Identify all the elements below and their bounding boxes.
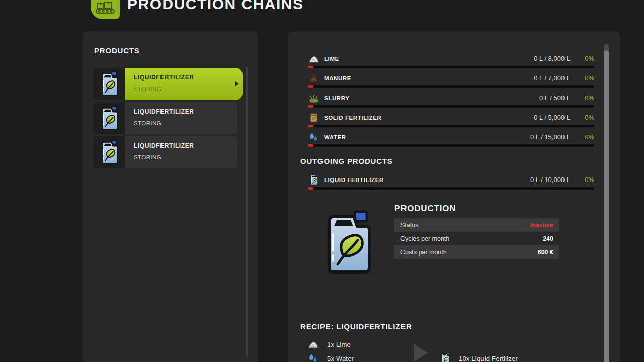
stat-label: Costs per month bbox=[400, 249, 447, 256]
storage-amount: 0 L / 10,000 L bbox=[530, 176, 570, 184]
liquid-fertilizer-icon bbox=[94, 102, 125, 134]
product-item-label: LIQUIDFERTILIZER bbox=[134, 108, 237, 115]
product-item-label: LIQUIDFERTILIZER bbox=[134, 74, 243, 81]
liquid-fertilizer-icon bbox=[438, 352, 453, 362]
storage-percent: 0% bbox=[570, 114, 594, 121]
product-list-item[interactable]: LIQUIDFERTILIZER STORING bbox=[94, 136, 237, 168]
progress-bar bbox=[308, 105, 594, 108]
solid-fertilizer-icon bbox=[308, 112, 320, 124]
progress-bar bbox=[308, 66, 594, 68]
storage-row: MANURE 0 L / 7,000 L 0% bbox=[308, 71, 594, 90]
conveyor-icon bbox=[95, 2, 116, 15]
storage-amount: 0 L / 5,000 L bbox=[534, 114, 570, 121]
storage-row: LIQUID FERTILIZER 0 L / 10,000 L 0% bbox=[308, 172, 594, 192]
products-panel: PRODUCTS LIQUIDFERTILIZER STORING LIQUID… bbox=[83, 31, 258, 362]
recipe-input-label: 1x Lime bbox=[327, 341, 351, 348]
storage-percent: 0% bbox=[570, 176, 594, 184]
storage-name: MANURE bbox=[324, 75, 351, 81]
water-icon bbox=[308, 131, 320, 143]
manure-icon bbox=[308, 72, 320, 84]
recipe-output-label: 10x Liquid Fertilizer bbox=[459, 355, 518, 362]
storage-name: LIME bbox=[324, 56, 339, 62]
product-item-status: STORING bbox=[134, 120, 237, 126]
progress-bar bbox=[308, 144, 594, 147]
recipe-input-label: 5x Water bbox=[327, 355, 354, 362]
costs-value: 600 € bbox=[538, 249, 553, 256]
product-item-status: STORING bbox=[134, 86, 243, 92]
stat-row-cycles: Cycles per month 240 bbox=[394, 232, 559, 245]
storage-row: WATER 0 L / 15,000 L 0% bbox=[308, 130, 594, 149]
outgoing-products-heading: OUTGOING PRODUCTS bbox=[300, 157, 393, 165]
progress-bar bbox=[308, 187, 594, 190]
stat-label: Status bbox=[400, 222, 418, 229]
stat-label: Cycles per month bbox=[400, 235, 449, 242]
product-item-status: STORING bbox=[134, 154, 237, 160]
storage-amount: 0 L / 500 L bbox=[539, 94, 570, 102]
stat-row-costs: Costs per month 600 € bbox=[394, 245, 559, 259]
product-list-item[interactable]: LIQUIDFERTILIZER STORING bbox=[94, 68, 237, 100]
storage-name: SOLID FERTILIZER bbox=[324, 115, 381, 121]
progress-fill bbox=[308, 125, 313, 127]
recipe-output-row: 10x Liquid Fertilizer bbox=[438, 351, 518, 362]
selected-arrow-icon bbox=[235, 81, 239, 86]
progress-fill bbox=[308, 66, 313, 68]
stat-row-status: Status Inactive bbox=[394, 218, 559, 232]
progress-bar bbox=[308, 85, 594, 88]
scrollbar-thumb[interactable] bbox=[604, 50, 609, 362]
lime-icon bbox=[308, 53, 320, 65]
slurry-icon bbox=[308, 92, 320, 104]
storage-amount: 0 L / 7,000 L bbox=[534, 74, 570, 82]
products-heading: PRODUCTS bbox=[94, 46, 140, 55]
liquid-fertilizer-icon bbox=[94, 136, 125, 168]
product-item-label: LIQUIDFERTILIZER bbox=[134, 142, 237, 149]
storage-name: WATER bbox=[324, 134, 346, 140]
product-item-text: LIQUIDFERTILIZER STORING bbox=[125, 136, 237, 168]
liquid-fertilizer-icon bbox=[308, 174, 320, 186]
progress-bar bbox=[308, 125, 594, 127]
storage-percent: 0% bbox=[570, 94, 594, 102]
product-item-text: LIQUIDFERTILIZER STORING bbox=[125, 68, 243, 100]
input-storage-list: LIME 0 L / 8,000 L 0% MANURE 0 L / 7,000… bbox=[308, 51, 594, 149]
product-item-text: LIQUIDFERTILIZER STORING bbox=[125, 102, 237, 134]
storage-row: SLURRY 0 L / 500 L 0% bbox=[308, 90, 594, 110]
production-chains-icon bbox=[91, 0, 120, 19]
storage-amount: 0 L / 8,000 L bbox=[534, 55, 570, 62]
storage-percent: 0% bbox=[570, 74, 594, 82]
status-value: Inactive bbox=[530, 222, 553, 229]
page-title: PRODUCTION CHAINS bbox=[127, 0, 304, 13]
storage-row: SOLID FERTILIZER 0 L / 5,000 L 0% bbox=[308, 110, 594, 130]
details-scrollbar[interactable] bbox=[604, 44, 609, 362]
production-stats: Status Inactive Cycles per month 240 Cos… bbox=[394, 218, 559, 259]
progress-fill bbox=[308, 144, 313, 147]
liquid-fertilizer-icon bbox=[94, 68, 125, 100]
products-scrollbar[interactable] bbox=[246, 67, 248, 357]
recipe-input-row: 5x Water bbox=[306, 351, 354, 362]
progress-fill bbox=[308, 85, 313, 88]
storage-row: LIME 0 L / 8,000 L 0% bbox=[308, 51, 594, 71]
water-icon bbox=[306, 352, 321, 362]
storage-amount: 0 L / 15,000 L bbox=[530, 133, 570, 141]
production-heading: PRODUCTION bbox=[394, 204, 456, 214]
outgoing-products-list: LIQUID FERTILIZER 0 L / 10,000 L 0% bbox=[308, 172, 594, 192]
lime-icon bbox=[306, 339, 321, 350]
recipe-input-row: 1x Lime bbox=[306, 337, 351, 351]
product-list: LIQUIDFERTILIZER STORING LIQUIDFERTILIZE… bbox=[94, 68, 237, 170]
progress-fill bbox=[308, 105, 313, 108]
details-panel: LIME 0 L / 8,000 L 0% MANURE 0 L / 7,000… bbox=[288, 31, 620, 362]
liquid-fertilizer-large-icon bbox=[322, 210, 373, 276]
storage-percent: 0% bbox=[570, 55, 594, 62]
storage-name: SLURRY bbox=[324, 95, 349, 101]
progress-fill bbox=[308, 187, 313, 190]
cycles-value: 240 bbox=[543, 235, 553, 242]
product-list-item[interactable]: LIQUIDFERTILIZER STORING bbox=[94, 102, 237, 134]
recipe-arrow-icon bbox=[414, 344, 428, 362]
recipe-heading: RECIPE: LIQUIDFERTILIZER bbox=[300, 322, 412, 331]
storage-name: LIQUID FERTILIZER bbox=[324, 177, 384, 183]
storage-percent: 0% bbox=[570, 133, 594, 141]
